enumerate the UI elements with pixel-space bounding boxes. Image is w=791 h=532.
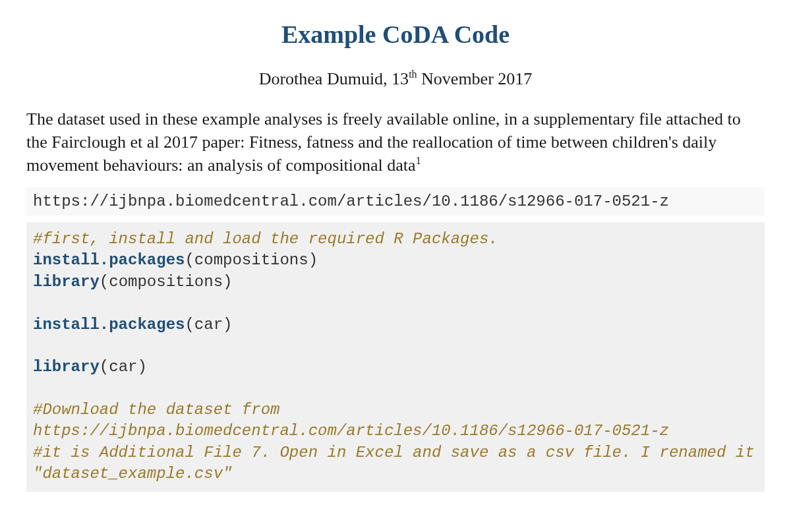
page-title: Example CoDA Code [26, 20, 765, 49]
code-comment: #first, install and load the required R … [33, 230, 498, 248]
code-keyword: library [33, 358, 100, 376]
byline-ordinal: th [409, 69, 417, 80]
code-keyword: install.packages [33, 316, 185, 334]
byline-author: Dorothea Dumuid, 13 [259, 69, 409, 88]
code-plain: (compositions) [100, 273, 233, 291]
code-comment: #it is Additional File 7. Open in Excel … [33, 444, 764, 483]
footnote-marker: 1 [416, 155, 421, 166]
code-keyword: library [33, 273, 100, 291]
code-comment: #Download the dataset from https://ijbnp… [33, 401, 669, 440]
url-block: https://ijbnpa.biomedcentral.com/article… [26, 187, 765, 216]
code-plain: (car) [185, 316, 232, 334]
code-block: #first, install and load the required R … [26, 222, 765, 492]
code-plain: (compositions) [185, 251, 318, 269]
byline-date: November 2017 [417, 69, 533, 88]
code-plain: (car) [100, 358, 147, 376]
intro-text-content: The dataset used in these example analys… [26, 109, 741, 175]
code-keyword: install.packages [33, 251, 185, 269]
byline: Dorothea Dumuid, 13th November 2017 [26, 69, 765, 89]
intro-paragraph: The dataset used in these example analys… [26, 107, 765, 177]
